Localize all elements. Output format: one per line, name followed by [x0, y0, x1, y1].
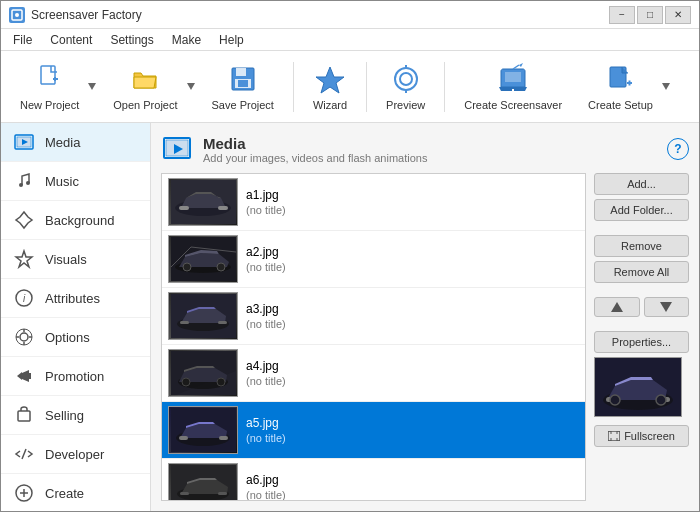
sidebar-item-music[interactable]: Music	[1, 162, 150, 201]
add-button[interactable]: Add...	[594, 173, 689, 195]
svg-point-1	[15, 13, 19, 17]
menu-settings[interactable]: Settings	[102, 31, 161, 49]
media-panel-icon	[161, 133, 193, 165]
titlebar-left: Screensaver Factory	[9, 7, 142, 23]
new-project-button[interactable]: New Project	[9, 56, 90, 118]
media-info: a1.jpg (no title)	[246, 188, 286, 216]
wizard-icon	[314, 63, 346, 95]
table-row[interactable]: a4.jpg (no title)	[162, 345, 585, 402]
table-row[interactable]: a2.jpg (no title)	[162, 231, 585, 288]
fullscreen-button[interactable]: Fullscreen	[594, 425, 689, 447]
create-setup-icon	[604, 63, 636, 95]
window-controls: − □ ✕	[609, 6, 691, 24]
rpanel-spacer3	[594, 321, 689, 327]
media-subtitle: (no title)	[246, 261, 286, 273]
move-down-button[interactable]	[644, 297, 690, 317]
svg-marker-28	[16, 251, 32, 267]
music-icon	[13, 170, 35, 192]
attributes-icon: i	[13, 287, 35, 309]
open-folder-icon	[129, 63, 161, 95]
create-setup-dropdown[interactable]	[662, 83, 670, 91]
media-name: a5.jpg	[246, 416, 286, 430]
svg-point-60	[182, 378, 190, 386]
media-info: a4.jpg (no title)	[246, 359, 286, 387]
window-title: Screensaver Factory	[31, 8, 142, 22]
sidebar-media-label: Media	[45, 135, 80, 150]
nav-buttons	[594, 297, 689, 317]
svg-point-53	[217, 263, 225, 271]
preview-button[interactable]: Preview	[375, 56, 436, 118]
menu-content[interactable]: Content	[42, 31, 100, 49]
table-row[interactable]: a1.jpg (no title)	[162, 174, 585, 231]
minimize-button[interactable]: −	[609, 6, 635, 24]
wizard-button[interactable]: Wizard	[302, 56, 358, 118]
save-project-button[interactable]: Save Project	[201, 56, 285, 118]
help-button[interactable]: ?	[667, 138, 689, 160]
options-icon	[13, 326, 35, 348]
move-up-button[interactable]	[594, 297, 640, 317]
remove-button[interactable]: Remove	[594, 235, 689, 257]
menu-help[interactable]: Help	[211, 31, 252, 49]
table-row[interactable]: a3.jpg (no title)	[162, 288, 585, 345]
svg-point-76	[610, 395, 620, 405]
svg-marker-70	[611, 302, 623, 312]
svg-rect-38	[18, 411, 30, 421]
svg-rect-8	[236, 68, 246, 76]
fullscreen-icon	[608, 431, 620, 441]
sidebar-visuals-label: Visuals	[45, 252, 87, 267]
preview-thumbnail	[594, 357, 682, 417]
media-subtitle: (no title)	[246, 318, 286, 330]
svg-rect-48	[179, 206, 189, 210]
sidebar-item-promotion[interactable]: Promotion	[1, 357, 150, 396]
wizard-label: Wizard	[313, 99, 347, 111]
toolbar-sep-1	[293, 62, 294, 112]
remove-all-button[interactable]: Remove All	[594, 261, 689, 283]
svg-point-12	[395, 68, 417, 90]
svg-marker-71	[660, 302, 672, 312]
promotion-icon	[13, 365, 35, 387]
sidebar-item-options[interactable]: Options	[1, 318, 150, 357]
fullscreen-label: Fullscreen	[624, 430, 675, 442]
media-thumbnail	[168, 463, 238, 501]
create-icon	[13, 482, 35, 504]
open-project-dropdown[interactable]	[187, 83, 195, 91]
menu-file[interactable]: File	[5, 31, 40, 49]
create-setup-label: Create Setup	[588, 99, 653, 111]
new-project-dropdown[interactable]	[88, 83, 96, 91]
selling-icon	[13, 404, 35, 426]
menu-make[interactable]: Make	[164, 31, 209, 49]
close-button[interactable]: ✕	[665, 6, 691, 24]
media-thumbnail	[168, 349, 238, 397]
properties-button[interactable]: Properties...	[594, 331, 689, 353]
media-thumbnail	[168, 178, 238, 226]
media-subtitle: (no title)	[246, 204, 286, 216]
add-folder-button[interactable]: Add Folder...	[594, 199, 689, 221]
sidebar-item-selling[interactable]: Selling	[1, 396, 150, 435]
table-row[interactable]: a6.jpg (no title)	[162, 459, 585, 501]
maximize-button[interactable]: □	[637, 6, 663, 24]
svg-point-31	[20, 333, 28, 341]
create-setup-button[interactable]: Create Setup	[577, 56, 664, 118]
sidebar-item-media[interactable]: Media	[1, 123, 150, 162]
media-subtitle: (no title)	[246, 375, 286, 387]
titlebar: Screensaver Factory − □ ✕	[1, 1, 699, 29]
media-list[interactable]: a1.jpg (no title)	[161, 173, 586, 501]
toolbar-sep-2	[366, 62, 367, 112]
media-name: a2.jpg	[246, 245, 286, 259]
svg-point-77	[656, 395, 666, 405]
media-icon	[13, 131, 35, 153]
sidebar-music-label: Music	[45, 174, 79, 189]
sidebar-item-background[interactable]: Background	[1, 201, 150, 240]
svg-marker-22	[662, 83, 670, 90]
sidebar-item-developer[interactable]: Developer	[1, 435, 150, 474]
create-screensaver-button[interactable]: Create Screensaver	[453, 56, 573, 118]
sidebar-item-visuals[interactable]: Visuals	[1, 240, 150, 279]
open-project-button[interactable]: Open Project	[102, 56, 188, 118]
table-row[interactable]: a5.jpg (no title)	[162, 402, 585, 459]
sidebar-selling-label: Selling	[45, 408, 84, 423]
panel-body: a1.jpg (no title)	[161, 173, 689, 501]
sidebar-item-attributes[interactable]: i Attributes	[1, 279, 150, 318]
media-info: a5.jpg (no title)	[246, 416, 286, 444]
sidebar-background-label: Background	[45, 213, 114, 228]
sidebar-item-create[interactable]: Create	[1, 474, 150, 511]
